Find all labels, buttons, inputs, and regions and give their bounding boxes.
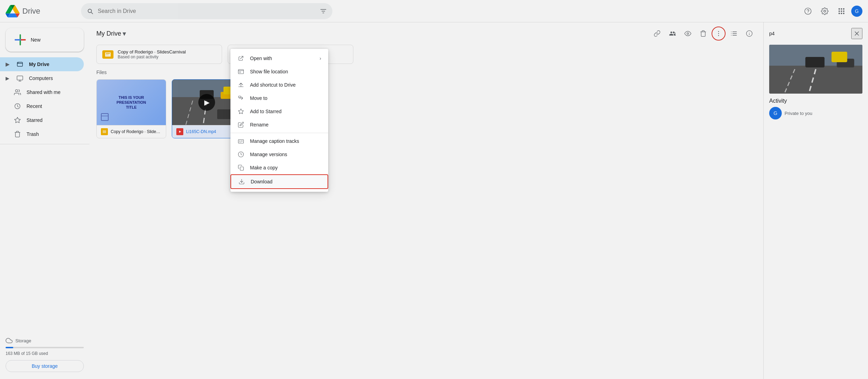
move-to-icon xyxy=(237,95,244,101)
svg-rect-57 xyxy=(238,96,241,98)
star-icon xyxy=(237,108,244,115)
menu-add-starred-label: Add to Starred xyxy=(250,109,321,114)
menu-versions-label: Manage versions xyxy=(250,152,321,157)
menu-download-label: Download xyxy=(251,179,321,184)
menu-divider-1 xyxy=(230,133,328,133)
context-menu: Open with › Show file location Add short… xyxy=(230,49,328,192)
menu-add-shortcut-label: Add shortcut to Drive xyxy=(250,82,321,88)
copy-icon xyxy=(237,165,244,171)
svg-rect-58 xyxy=(238,140,244,144)
menu-item-move-to[interactable]: Move to xyxy=(230,92,328,105)
captions-icon xyxy=(237,138,244,144)
menu-item-rename[interactable]: Rename xyxy=(230,118,328,131)
add-shortcut-icon xyxy=(237,82,244,88)
svg-rect-60 xyxy=(241,141,243,141)
svg-rect-59 xyxy=(239,141,241,141)
menu-item-make-copy[interactable]: Make a copy xyxy=(230,161,328,174)
menu-item-versions[interactable]: Manage versions xyxy=(230,148,328,161)
menu-item-add-shortcut[interactable]: Add shortcut to Drive xyxy=(230,78,328,92)
menu-captions-label: Manage caption tracks xyxy=(250,138,321,144)
svg-rect-56 xyxy=(240,72,241,73)
submenu-arrow-icon: › xyxy=(319,56,321,61)
menu-item-add-starred[interactable]: Add to Starred xyxy=(230,105,328,118)
svg-rect-61 xyxy=(239,142,242,143)
rename-icon xyxy=(237,122,244,128)
menu-show-location-label: Show file location xyxy=(250,69,321,74)
menu-item-show-location[interactable]: Show file location xyxy=(230,65,328,78)
menu-item-download[interactable]: Download xyxy=(230,174,328,189)
menu-move-to-label: Move to xyxy=(250,95,321,101)
open-with-icon xyxy=(237,55,244,61)
svg-rect-55 xyxy=(238,70,244,74)
overlay-dimmer xyxy=(0,0,868,379)
download-icon xyxy=(238,178,245,185)
menu-make-copy-label: Make a copy xyxy=(250,165,321,170)
menu-rename-label: Rename xyxy=(250,122,321,127)
svg-rect-62 xyxy=(240,167,244,170)
menu-item-captions[interactable]: Manage caption tracks xyxy=(230,134,328,148)
show-location-icon xyxy=(237,68,244,75)
versions-icon xyxy=(237,151,244,158)
menu-open-with-label: Open with xyxy=(250,56,314,61)
menu-item-open-with[interactable]: Open with › xyxy=(230,52,328,65)
